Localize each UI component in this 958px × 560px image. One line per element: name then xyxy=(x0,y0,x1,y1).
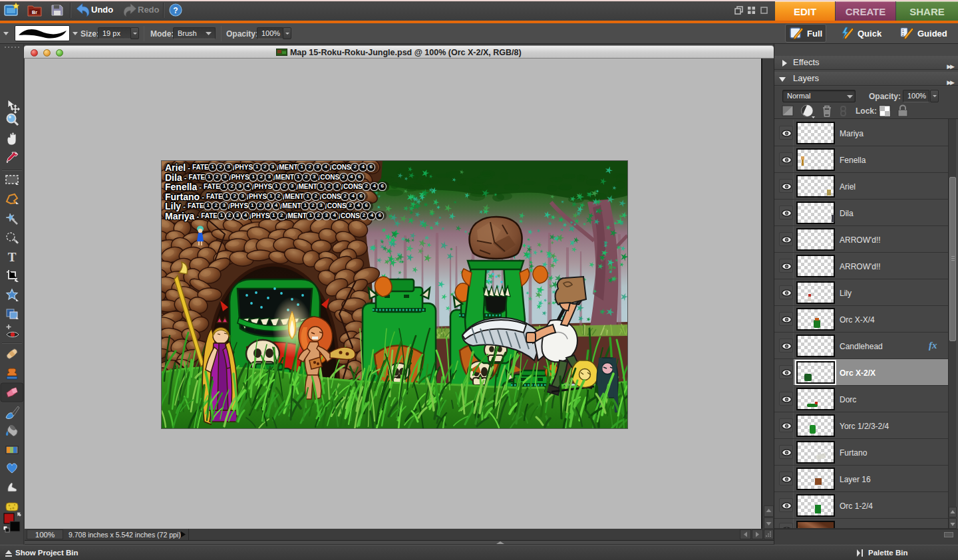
svg-text:Lock:: Lock: xyxy=(856,106,877,116)
svg-text:2: 2 xyxy=(902,33,904,37)
svg-text:Br: Br xyxy=(32,10,37,15)
svg-text:T: T xyxy=(8,250,17,264)
svg-text:?: ? xyxy=(173,6,178,15)
